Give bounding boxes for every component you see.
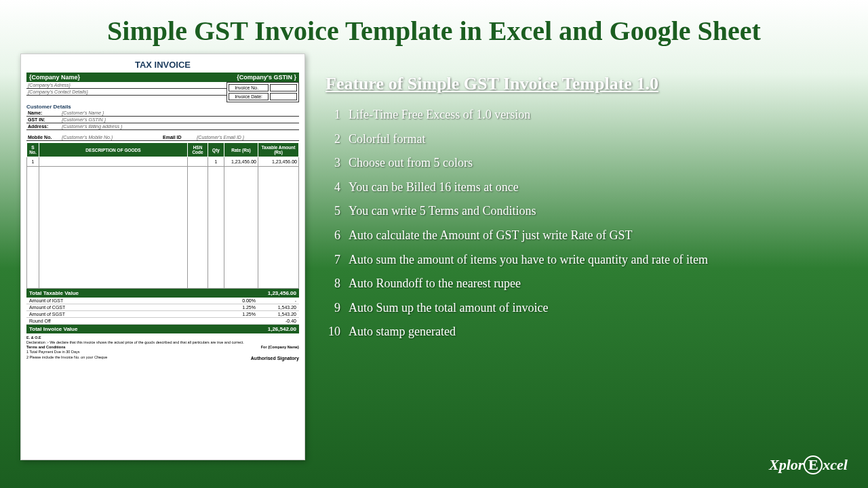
col-desc: DESCRIPTION OF GOODS bbox=[39, 143, 188, 157]
address-val: {Customer's Billing address } bbox=[62, 124, 122, 129]
invoice-doc-title: TAX INVOICE bbox=[26, 60, 299, 70]
gstin-val: {Customer's GSTIN } bbox=[62, 117, 106, 122]
invoice-preview: TAX INVOICE {Company Name} {Company's GS… bbox=[20, 54, 305, 460]
feature-text: You can be Billed 16 items at once bbox=[349, 180, 519, 195]
gstin-label: GST IN: bbox=[28, 117, 62, 122]
feature-num: 9 bbox=[326, 301, 340, 316]
table-row: 1 1 1,23,456.00 1,23,456.00 bbox=[27, 157, 299, 167]
feature-num: 3 bbox=[326, 156, 340, 171]
feature-text: Choose out from 5 colors bbox=[349, 156, 473, 171]
company-contact: {Company's Contact Details} bbox=[28, 89, 88, 94]
term2: 2 Please include the Invoice No. on your… bbox=[26, 355, 107, 360]
total-taxable-val: 1,23,456.00 bbox=[268, 290, 296, 296]
feature-num: 7 bbox=[326, 253, 340, 268]
cgst-label: Amount of CGST bbox=[29, 305, 65, 310]
feature-num: 2 bbox=[326, 132, 340, 147]
declaration: Declaration :- We declare that this invo… bbox=[26, 340, 299, 345]
row1-sno: 1 bbox=[27, 157, 39, 167]
invoice-meta-box: Invoice No. Invoice Date: bbox=[226, 82, 299, 102]
feature-num: 1 bbox=[326, 108, 340, 123]
feature-num: 4 bbox=[326, 180, 340, 195]
feature-num: 5 bbox=[326, 204, 340, 219]
total-invoice-row: Total Invoice Value 1,26,542.00 bbox=[26, 325, 299, 333]
list-item: 3Choose out from 5 colors bbox=[326, 156, 848, 171]
address-label: Address: bbox=[28, 124, 62, 129]
logo-part1: Xplor bbox=[769, 456, 804, 473]
feature-text: Life-Time Free Excess of 1.0 version bbox=[349, 108, 530, 123]
sgst-val: 1,543.20 bbox=[256, 312, 296, 317]
brand-logo: XplorExcel bbox=[769, 455, 848, 474]
customer-section: Customer Details bbox=[26, 104, 299, 110]
col-hsn: HSN Code bbox=[188, 143, 208, 157]
feature-text: You can write 5 Terms and Conditions bbox=[349, 204, 536, 219]
invoice-footer: E. & O.E Declaration :- We declare that … bbox=[26, 336, 299, 362]
feature-text: Colorful format bbox=[349, 132, 425, 147]
mobile-val: {Customer's Mobile No.} bbox=[62, 135, 163, 140]
logo-part3: xcel bbox=[823, 456, 848, 473]
cgst-pct: 1.25% bbox=[222, 305, 256, 310]
col-rate: Rate (Rs) bbox=[224, 143, 258, 157]
logo-part2: E bbox=[804, 455, 823, 474]
company-gstin: {Company's GSTIN } bbox=[237, 74, 296, 81]
list-item: 5You can write 5 Terms and Conditions bbox=[326, 204, 848, 219]
roundoff-val: -0.40 bbox=[256, 319, 296, 323]
total-taxable-row: Total Taxable Value 1,23,456.00 bbox=[26, 289, 299, 298]
total-taxable-label: Total Taxable Value bbox=[29, 290, 79, 296]
items-table: S No. DESCRIPTION OF GOODS HSN Code Qty … bbox=[26, 142, 299, 289]
row1-amount: 1,23,456.00 bbox=[258, 157, 299, 167]
company-address: {Company's Adress} bbox=[28, 83, 71, 87]
total-invoice-label: Total Invoice Value bbox=[29, 326, 77, 332]
sgst-label: Amount of SGST bbox=[29, 312, 65, 317]
list-item: 9Auto Sum up the total amount of invoice bbox=[326, 301, 848, 316]
email-label: Email ID bbox=[163, 135, 197, 140]
list-item: 4You can be Billed 16 items at once bbox=[326, 180, 848, 195]
feature-num: 6 bbox=[326, 228, 340, 243]
table-spacer bbox=[27, 167, 299, 289]
feature-list: 1Life-Time Free Excess of 1.0 version 2C… bbox=[326, 108, 848, 340]
page-title: Simple GST Invoice Template in Excel and… bbox=[0, 0, 868, 54]
feature-text: Auto stamp generated bbox=[349, 325, 456, 340]
term1: 1 Total Payment Due in 30 Days bbox=[26, 350, 107, 354]
feature-text: Auto Sum up the total amount of invoice bbox=[349, 301, 548, 316]
igst-val: - bbox=[256, 298, 296, 303]
col-sno: S No. bbox=[27, 143, 39, 157]
cgst-val: 1,543.20 bbox=[256, 305, 296, 310]
mobile-label: Mobile No. bbox=[28, 135, 62, 140]
roundoff-label: Round Off bbox=[29, 319, 51, 323]
list-item: 7Auto sum the amount of items you have t… bbox=[326, 253, 848, 268]
invoice-no-label: Invoice No. bbox=[229, 84, 269, 92]
list-item: 6Auto calculate the Amount of GST just w… bbox=[326, 228, 848, 243]
content-row: TAX INVOICE {Company Name} {Company's GS… bbox=[0, 54, 868, 460]
total-invoice-val: 1,26,542.00 bbox=[268, 326, 296, 332]
feature-num: 10 bbox=[326, 325, 340, 340]
for-company: For {Company Name} bbox=[251, 345, 299, 350]
sgst-pct: 1.25% bbox=[222, 312, 256, 317]
features-heading: Feature of Simple GST Invoice Template 1… bbox=[326, 74, 848, 94]
invoice-header-bar: {Company Name} {Company's GSTIN } bbox=[26, 73, 299, 82]
feature-text: Auto sum the amount of items you have to… bbox=[349, 253, 708, 268]
name-label: Name: bbox=[28, 110, 62, 115]
list-item: 2Colorful format bbox=[326, 132, 848, 147]
feature-text: Auto Roundoff to the nearest rupee bbox=[349, 277, 521, 291]
igst-label: Amount of IGST bbox=[29, 298, 63, 303]
features-panel: Feature of Simple GST Invoice Template 1… bbox=[326, 54, 848, 460]
col-amount: Taxable Amount (Rs) bbox=[258, 143, 299, 157]
list-item: 10Auto stamp generated bbox=[326, 325, 848, 340]
name-val: {Customer's Name } bbox=[62, 110, 104, 115]
list-item: 1Life-Time Free Excess of 1.0 version bbox=[326, 108, 848, 123]
invoice-date-label: Invoice Date: bbox=[229, 93, 269, 100]
signatory: Authorised Signatory bbox=[251, 355, 299, 361]
col-qty: Qty bbox=[208, 143, 224, 157]
email-val: {Customer's Email ID } bbox=[197, 135, 298, 140]
feature-text: Auto calculate the Amount of GST just wr… bbox=[349, 228, 633, 243]
eoe: E. & O.E bbox=[26, 336, 299, 340]
feature-num: 8 bbox=[326, 277, 340, 291]
igst-pct: 0.00% bbox=[222, 298, 256, 303]
company-name: {Company Name} bbox=[29, 74, 80, 81]
terms-label: Terms and Conditions bbox=[26, 345, 107, 350]
row1-qty: 1 bbox=[208, 157, 224, 167]
list-item: 8Auto Roundoff to the nearest rupee bbox=[326, 277, 848, 291]
row1-rate: 1,23,456.00 bbox=[224, 157, 258, 167]
